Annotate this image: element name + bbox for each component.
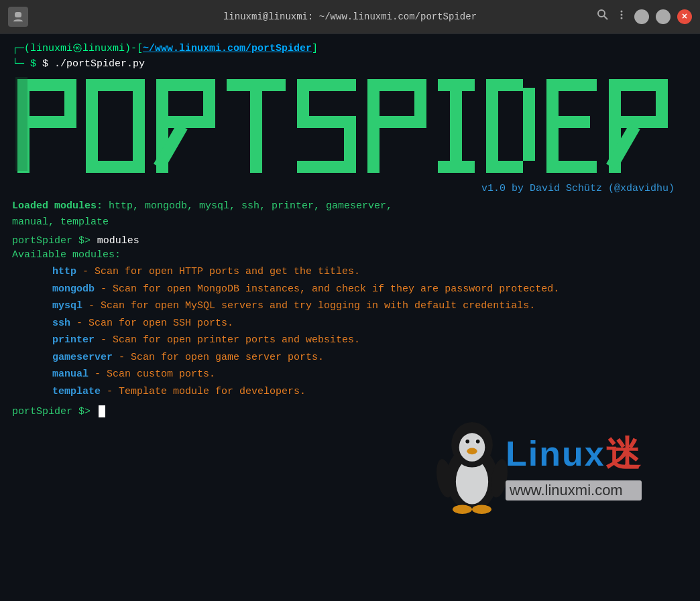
svg-point-51 — [463, 438, 470, 445]
svg-rect-46 — [15, 77, 27, 171]
module-list: http - Scan for open HTTP ports and get … — [12, 263, 688, 400]
svg-rect-33 — [486, 79, 498, 173]
svg-point-53 — [465, 440, 469, 444]
prompt-user: (linuxmi㉿linuxmi) — [24, 43, 131, 54]
watermark-linux-text: Linux — [506, 434, 605, 473]
prompt-modules-line: portSpider $> modules — [12, 235, 688, 247]
search-icon[interactable] — [597, 9, 609, 24]
prompt-line-1: ┌─(linuxmi㉿linuxmi)-[~/www.linuxmi.com/p… — [12, 42, 688, 57]
final-prompt-line: portSpider $> — [12, 405, 688, 417]
module-printer: printer - Scan for open printer ports an… — [52, 332, 688, 349]
svg-rect-28 — [367, 116, 414, 128]
cursor — [99, 405, 105, 417]
svg-rect-15 — [156, 79, 203, 91]
portspider-svg: .ps { fill: #2ecc71; } .ps-shadow { fill… — [12, 76, 689, 180]
menu-icon[interactable] — [616, 9, 628, 24]
svg-point-52 — [474, 438, 481, 445]
portspider-logo: .ps { fill: #2ecc71; } .ps-shadow { fill… — [12, 76, 688, 183]
svg-point-54 — [476, 440, 480, 444]
svg-rect-0 — [15, 12, 21, 17]
module-template: template - Template module for developer… — [52, 383, 688, 401]
module-ssh: ssh - Scan for open SSH ports. — [52, 315, 688, 332]
svg-rect-40 — [546, 161, 597, 173]
maximize-button[interactable] — [656, 9, 670, 24]
svg-point-49 — [451, 422, 493, 468]
svg-rect-17 — [203, 79, 215, 128]
prompt3-label: portSpider $> — [12, 406, 91, 417]
svg-rect-35 — [486, 161, 523, 173]
svg-point-57 — [472, 505, 491, 514]
svg-rect-42 — [609, 79, 656, 91]
loaded-values-1: http, mongodb, mysql, ssh, printer, game… — [109, 200, 392, 212]
svg-rect-24 — [297, 79, 309, 128]
available-header: Available modules: — [12, 249, 688, 261]
command-1: $ ./portSpider.py — [42, 58, 145, 70]
module-http: http - Scan for open HTTP ports and get … — [52, 263, 688, 281]
minimize-button[interactable] — [634, 9, 649, 24]
prompt-path: ~/www.linuxmi.com/portSpider — [143, 43, 312, 54]
svg-rect-39 — [546, 116, 590, 128]
svg-rect-13 — [86, 161, 145, 173]
svg-rect-10 — [86, 79, 98, 173]
svg-line-2 — [604, 16, 607, 19]
title-bar-left — [8, 7, 28, 27]
prompt-bracket-open: ┌─ — [12, 43, 24, 54]
svg-rect-36 — [523, 88, 535, 161]
svg-rect-29 — [414, 79, 426, 128]
prompt-dollar-1: $ — [24, 58, 36, 70]
svg-rect-38 — [546, 79, 597, 91]
prompt-line-2: └─ $ $ ./portSpider.py — [12, 57, 688, 72]
svg-point-55 — [467, 448, 477, 455]
prompt2-cmd: modules — [97, 235, 139, 247]
module-manual: manual - Scan custom ports. — [52, 366, 688, 383]
svg-rect-9 — [64, 79, 76, 128]
module-gameserver: gameserver - Scan for open game server p… — [52, 349, 688, 366]
svg-rect-20 — [250, 79, 262, 173]
version-line: v1.0 by David Schütz (@xdavidhu) — [12, 183, 675, 194]
svg-rect-44 — [656, 79, 668, 128]
svg-rect-32 — [450, 79, 462, 173]
module-mysql: mysql - Scan for open MySQL servers and … — [52, 297, 688, 315]
title-bar-title: linuxmi@linuxmi: ~/www.linuxmi.com/portS… — [223, 11, 477, 22]
svg-rect-25 — [344, 116, 356, 173]
module-mongodb: mongodb - Scan for open MongoDB instance… — [52, 281, 688, 298]
svg-point-59 — [488, 458, 510, 498]
title-bar: linuxmi@linuxmi: ~/www.linuxmi.com/portS… — [0, 0, 700, 34]
watermark-brand: Linux迷 — [506, 431, 642, 478]
svg-point-50 — [459, 433, 485, 461]
watermark-overlay: Linux迷 www.linuxmi.com — [405, 380, 693, 514]
svg-point-56 — [453, 505, 472, 514]
loaded-label: Loaded modules: — [12, 200, 103, 212]
terminal: ┌─(linuxmi㉿linuxmi)-[~/www.linuxmi.com/p… — [0, 34, 700, 601]
loaded-values-2: manual, template — [12, 216, 109, 228]
svg-rect-27 — [367, 79, 414, 91]
tux-icon — [432, 420, 512, 514]
watermark-url-text: www.linuxmi.com — [506, 480, 642, 500]
svg-point-3 — [621, 11, 623, 13]
svg-point-4 — [621, 14, 623, 16]
close-button[interactable]: × — [677, 9, 692, 24]
svg-rect-12 — [86, 79, 145, 91]
watermark-text: Linux迷 www.linuxmi.com — [506, 431, 642, 500]
prompt-bracket-2: └─ — [12, 58, 24, 70]
svg-rect-34 — [486, 79, 523, 91]
avatar-icon — [8, 7, 28, 27]
svg-point-48 — [456, 459, 488, 505]
prompt2-label: portSpider $> — [12, 235, 91, 247]
prompt-bracket-path-close: ] — [312, 43, 318, 54]
svg-point-47 — [446, 446, 498, 511]
svg-point-1 — [598, 10, 605, 17]
watermark-mi-text: 迷 — [605, 434, 642, 473]
title-bar-controls: × — [597, 9, 692, 24]
svg-point-5 — [621, 17, 623, 19]
loaded-modules: Loaded modules: http, mongodb, mysql, ss… — [12, 198, 688, 230]
prompt-bracket-path-open: -[ — [131, 43, 143, 54]
svg-point-58 — [434, 458, 456, 498]
svg-rect-11 — [133, 79, 145, 173]
